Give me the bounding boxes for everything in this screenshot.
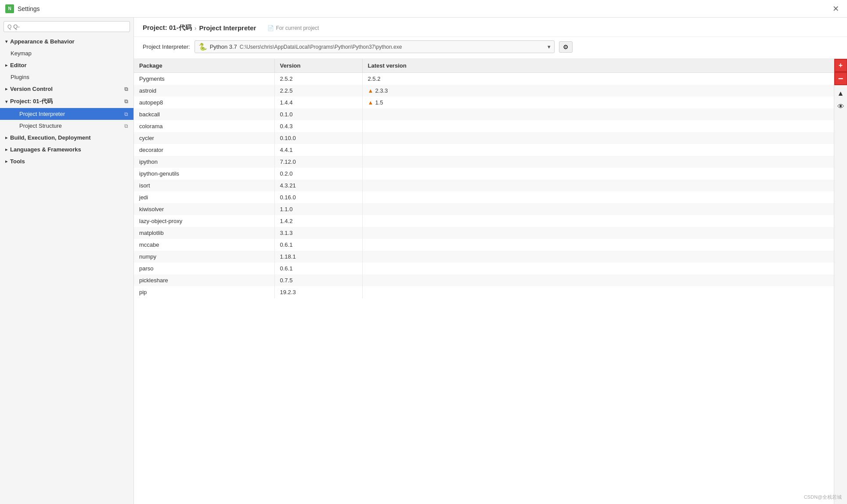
cell-version: 2.2.5 xyxy=(274,85,362,97)
interpreter-path: C:\Users\chris\AppData\Local\Programs\Py… xyxy=(240,44,402,50)
copy-icon: ⧉ xyxy=(124,86,128,92)
cell-version: 19.2.3 xyxy=(274,286,362,298)
cell-latest: 2.5.2 xyxy=(362,73,834,85)
doc-icon: 📄 xyxy=(267,25,274,31)
cell-latest xyxy=(362,156,834,168)
sidebar: Q ▾ Appearance & Behavior Keymap ▸ Edito… xyxy=(0,18,134,504)
search-icon: Q xyxy=(7,24,11,30)
cell-version: 0.16.0 xyxy=(274,191,362,203)
cell-package: numpy xyxy=(134,251,274,263)
interpreter-row: Project Interpreter: 🐍 Python 3.7 C:\Use… xyxy=(134,37,847,59)
packages-table-wrapper[interactable]: Package Version Latest version Pygments2… xyxy=(134,59,834,504)
packages-table: Package Version Latest version Pygments2… xyxy=(134,59,834,298)
cell-version: 7.12.0 xyxy=(274,156,362,168)
sidebar-item-project-interpreter[interactable]: Project Interpreter ⧉ xyxy=(0,108,133,120)
cell-version: 0.10.0 xyxy=(274,132,362,144)
table-row[interactable]: mccabe0.6.1 xyxy=(134,239,834,251)
breadcrumb: Project: 01-代码 › Project Interpreter xyxy=(143,24,256,32)
add-package-button[interactable]: + xyxy=(834,59,847,72)
cell-package: colorama xyxy=(134,120,274,132)
cell-package: ipython-genutils xyxy=(134,168,274,180)
close-button[interactable]: ✕ xyxy=(830,3,842,14)
cell-version: 1.1.0 xyxy=(274,203,362,215)
scroll-up-button[interactable]: ▲ xyxy=(834,87,847,100)
sidebar-item-tools[interactable]: ▸ Tools xyxy=(0,155,133,167)
caret-down-icon: ▾ xyxy=(5,99,7,104)
cell-version: 0.7.5 xyxy=(274,274,362,286)
app-icon: N xyxy=(5,4,14,13)
cell-package: mccabe xyxy=(134,239,274,251)
sidebar-item-label: Editor xyxy=(10,62,27,68)
main-container: Q ▾ Appearance & Behavior Keymap ▸ Edito… xyxy=(0,18,847,504)
sidebar-item-languages-frameworks[interactable]: ▸ Languages & Frameworks xyxy=(0,144,133,155)
python-icon: 🐍 xyxy=(198,43,207,51)
cell-package: astroid xyxy=(134,85,274,97)
remove-package-button[interactable]: − xyxy=(834,72,847,85)
content-area: Project: 01-代码 › Project Interpreter 📄 F… xyxy=(134,18,847,504)
caret-right-icon: ▸ xyxy=(5,135,7,140)
cell-package: isort xyxy=(134,180,274,191)
table-row[interactable]: isort4.3.21 xyxy=(134,180,834,191)
table-row[interactable]: kiwisolver1.1.0 xyxy=(134,203,834,215)
table-row[interactable]: ipython7.12.0 xyxy=(134,156,834,168)
title-bar-left: N Settings xyxy=(5,4,40,13)
cell-package: pip xyxy=(134,286,274,298)
cell-version: 0.2.0 xyxy=(274,168,362,180)
search-input[interactable] xyxy=(13,23,126,30)
cell-latest xyxy=(362,191,834,203)
breadcrumb-separator: › xyxy=(195,25,197,32)
cell-latest xyxy=(362,108,834,120)
cell-latest xyxy=(362,286,834,298)
table-row[interactable]: autopep81.4.4▲1.5 xyxy=(134,97,834,108)
window-title: Settings xyxy=(18,5,40,12)
cell-package: jedi xyxy=(134,191,274,203)
table-row[interactable]: matplotlib3.1.3 xyxy=(134,227,834,239)
sidebar-item-appearance-behavior[interactable]: ▾ Appearance & Behavior xyxy=(0,36,133,47)
cell-version: 4.3.21 xyxy=(274,180,362,191)
cell-latest xyxy=(362,120,834,132)
cell-version: 1.18.1 xyxy=(274,251,362,263)
table-row[interactable]: colorama0.4.3 xyxy=(134,120,834,132)
table-row[interactable]: lazy-object-proxy1.4.2 xyxy=(134,215,834,227)
table-row[interactable]: decorator4.4.1 xyxy=(134,144,834,156)
table-row[interactable]: cycler0.10.0 xyxy=(134,132,834,144)
search-box[interactable]: Q xyxy=(4,21,130,32)
table-row[interactable]: astroid2.2.5▲2.3.3 xyxy=(134,85,834,97)
sidebar-item-project-structure[interactable]: Project Structure ⧉ xyxy=(0,120,133,132)
sidebar-item-label: Plugins xyxy=(11,74,29,80)
table-row[interactable]: ipython-genutils0.2.0 xyxy=(134,168,834,180)
sidebar-item-editor[interactable]: ▸ Editor xyxy=(0,59,133,71)
sidebar-item-plugins[interactable]: Plugins xyxy=(0,71,133,83)
table-row[interactable]: backcall0.1.0 xyxy=(134,108,834,120)
table-row[interactable]: parso0.6.1 xyxy=(134,263,834,274)
cell-package: autopep8 xyxy=(134,97,274,108)
sidebar-item-label: Languages & Frameworks xyxy=(10,146,81,153)
cell-package: decorator xyxy=(134,144,274,156)
caret-right-icon: ▸ xyxy=(5,159,7,164)
interpreter-gear-button[interactable]: ⚙ xyxy=(559,41,573,53)
sidebar-item-label: Project Interpreter xyxy=(19,111,65,117)
sidebar-item-label: Keymap xyxy=(11,50,32,57)
table-row[interactable]: Pygments2.5.22.5.2 xyxy=(134,73,834,85)
sidebar-item-project-01[interactable]: ▾ Project: 01-代码 ⧉ xyxy=(0,95,133,108)
cell-version: 0.6.1 xyxy=(274,263,362,274)
table-row[interactable]: pickleshare0.7.5 xyxy=(134,274,834,286)
packages-table-container: Package Version Latest version Pygments2… xyxy=(134,59,847,504)
upgrade-arrow-icon: ▲ xyxy=(368,99,374,106)
cell-version: 4.4.1 xyxy=(274,144,362,156)
table-row[interactable]: jedi0.16.0 xyxy=(134,191,834,203)
table-row[interactable]: numpy1.18.1 xyxy=(134,251,834,263)
eye-button[interactable]: 👁 xyxy=(834,100,847,113)
interpreter-label: Project Interpreter: xyxy=(143,43,190,50)
cell-version: 0.4.3 xyxy=(274,120,362,132)
breadcrumb-project: Project: 01-代码 xyxy=(143,24,192,32)
table-row[interactable]: pip19.2.3 xyxy=(134,286,834,298)
interpreter-select[interactable]: 🐍 Python 3.7 C:\Users\chris\AppData\Loca… xyxy=(195,40,555,53)
cell-version: 0.1.0 xyxy=(274,108,362,120)
sidebar-item-build-execution[interactable]: ▸ Build, Execution, Deployment xyxy=(0,132,133,144)
cell-latest xyxy=(362,215,834,227)
sidebar-item-version-control[interactable]: ▸ Version Control ⧉ xyxy=(0,83,133,95)
cell-latest xyxy=(362,180,834,191)
sidebar-item-keymap[interactable]: Keymap xyxy=(0,47,133,59)
sidebar-item-label: Project: 01-代码 xyxy=(10,97,53,105)
